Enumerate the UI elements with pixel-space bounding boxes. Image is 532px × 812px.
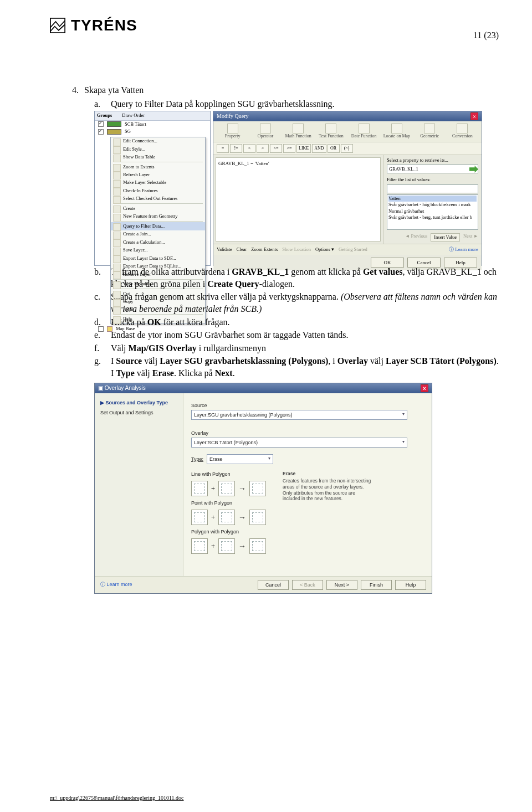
op-like[interactable]: LIKE [296, 144, 311, 153]
source-select[interactable]: Layer:SGU gravbarhetsklassning (Polygons… [191, 410, 407, 420]
validate-link[interactable]: Validate [217, 246, 232, 253]
values-list[interactable]: Vatten Svår grävbarhet - hög blockfrekve… [387, 194, 478, 230]
list-item[interactable]: Vatten [388, 196, 477, 202]
list-item[interactable]: Normal grävbarhet [388, 208, 477, 214]
type-select[interactable]: Erase ▾ [207, 454, 273, 464]
menu-item[interactable]: Remove Layer [111, 270, 205, 278]
learn-more-link[interactable]: Learn more [449, 246, 478, 253]
property-select[interactable]: GRAVB_KL_1 ▾ [387, 165, 478, 173]
insert-value-button[interactable]: Insert Value [431, 233, 460, 241]
help-button[interactable]: Help [395, 580, 426, 590]
menu-item[interactable]: Copy [111, 298, 205, 306]
layer-name: SG [125, 129, 131, 135]
list-item[interactable]: Svår grävbarhet - hög blockfrekvens i ma… [388, 202, 477, 208]
plus-icon: + [211, 513, 215, 522]
options-link[interactable]: Options ▾ [315, 246, 334, 253]
menu-item-query-filter[interactable]: Query to Filter Data... [111, 222, 205, 230]
query-body: GRAVB_KL_1 = 'Vatten' Select a property … [213, 155, 482, 244]
menu-item[interactable]: Edit Style... [111, 145, 205, 153]
tab-draw-order[interactable]: Draw Order [122, 112, 145, 119]
property-side-panel: Select a property to retrieve its... GRA… [383, 155, 482, 244]
keyword: Source [116, 356, 142, 366]
keyword: Erase [152, 368, 174, 378]
menu-item[interactable]: Help [111, 315, 205, 323]
diagram-icon [218, 538, 235, 554]
finish-button[interactable]: Finish [361, 580, 392, 590]
menu-item[interactable]: View Metadata... [111, 280, 205, 288]
op-lte[interactable]: <= [270, 144, 282, 153]
menu-item[interactable]: Edit Connection... [111, 137, 205, 145]
overlay-select[interactable]: Layer:SCB Tätort (Polygons) ▾ [191, 438, 407, 448]
operator-row: = != < > <= >= LIKE AND OR (~) [213, 142, 482, 155]
menu-item[interactable]: Show Data Table [111, 153, 205, 161]
show-location-link[interactable]: Show Location [282, 246, 311, 253]
keyword: Type [116, 368, 134, 378]
diagram-icon [191, 481, 208, 496]
menu-item[interactable]: Cut [111, 290, 205, 297]
learn-more-link[interactable]: Learn more [100, 581, 132, 588]
step-sources[interactable]: Sources and Overlay Type [99, 398, 178, 408]
previous-link[interactable]: ◄ Previous [405, 233, 427, 241]
op-paren[interactable]: (~) [341, 144, 353, 153]
menu-item[interactable]: Create a Calculation... [111, 238, 205, 246]
erase-description: Erase Creates features from the non-inte… [283, 471, 371, 557]
toolbar-conversion[interactable]: Conversion [447, 124, 478, 140]
close-icon[interactable]: × [470, 112, 478, 120]
op-lt[interactable]: < [243, 144, 255, 153]
filter-input[interactable] [387, 184, 478, 193]
step-output[interactable]: Set Output and Settings [99, 408, 178, 418]
menu-item[interactable]: Refresh Layer [111, 171, 205, 178]
op-neq[interactable]: != [230, 144, 242, 153]
toolbar-text[interactable]: Text Function [315, 124, 347, 140]
diagram-icon [249, 510, 266, 525]
op-eq[interactable]: = [217, 144, 229, 153]
menu-item[interactable]: Create [111, 204, 205, 212]
next-link[interactable]: Next ► [463, 233, 478, 241]
toolbar-date[interactable]: Date Function [348, 124, 380, 140]
plus-icon: + [211, 542, 215, 551]
menu-item[interactable]: Select Checked Out Features [111, 195, 205, 203]
menu-item[interactable]: Export Layer Data to SDF... [111, 254, 205, 262]
toolbar-geometric[interactable]: Geometric [414, 124, 446, 140]
close-icon[interactable]: × [421, 384, 428, 392]
toolbar-property[interactable]: Property [217, 124, 248, 140]
op-gte[interactable]: >= [283, 144, 295, 153]
zoom-extents-link[interactable]: Zoom Extents [251, 246, 278, 253]
keyword: Get values [363, 267, 403, 276]
op-or[interactable]: OR [328, 144, 340, 153]
menu-item[interactable]: Check-In Features [111, 187, 205, 194]
wizard-content: Source Layer:SGU gravbarhetsklassning (P… [183, 393, 432, 576]
clear-link[interactable]: Clear [237, 246, 247, 253]
text: Query to Filter Data på kopplingen SGU g… [111, 98, 334, 110]
footer-file-path: m:\_uppdrag\226758\manual\förhandsregler… [50, 795, 184, 801]
checkbox-icon[interactable] [98, 129, 104, 135]
tab-groups[interactable]: Groups [97, 112, 112, 119]
next-button[interactable]: Next > [326, 580, 357, 590]
marker: d. [94, 316, 104, 328]
query-editor[interactable]: GRAVB_KL_1 = 'Vatten' [216, 157, 381, 241]
menu-item[interactable]: Zoom to Extents [111, 163, 205, 171]
menu-item[interactable]: Create a Join... [111, 230, 205, 238]
back-button[interactable]: < Back [292, 580, 323, 590]
layer-row[interactable]: SG [95, 128, 210, 135]
menu-item[interactable]: Export Layer Data to SQLite... [111, 263, 205, 270]
menu-item[interactable]: Make Layer Selectable [111, 179, 205, 187]
menu-item[interactable]: New Feature from Geometry [111, 213, 205, 220]
query-text: GRAVB_KL_1 = 'Vatten' [218, 161, 269, 166]
layer-row[interactable]: SCB Tätort [95, 121, 210, 128]
list-item[interactable]: Svår grävbarhet - berg, tunt jordtäcke e… [388, 214, 477, 220]
toolbar-locate[interactable]: Locate on Map [381, 124, 412, 140]
sub-item-g: g. I Source välj Layer SGU gravbarhetskl… [94, 355, 499, 379]
toolbar-math[interactable]: Math Function [283, 124, 314, 140]
getting-started-link[interactable]: Getting Started [339, 246, 367, 253]
text: välj [142, 356, 160, 366]
op-gt[interactable]: > [257, 144, 269, 153]
menu-item[interactable]: Paste [111, 306, 205, 314]
diagram-icon [191, 510, 208, 525]
toolbar-operator[interactable]: Operator [249, 124, 281, 140]
menu-item[interactable]: Save Layer... [111, 246, 205, 254]
cancel-button[interactable]: Cancel [258, 580, 289, 590]
op-and[interactable]: AND [312, 144, 326, 153]
checkbox-icon[interactable] [98, 121, 104, 127]
text: . Klicka på [174, 368, 215, 378]
